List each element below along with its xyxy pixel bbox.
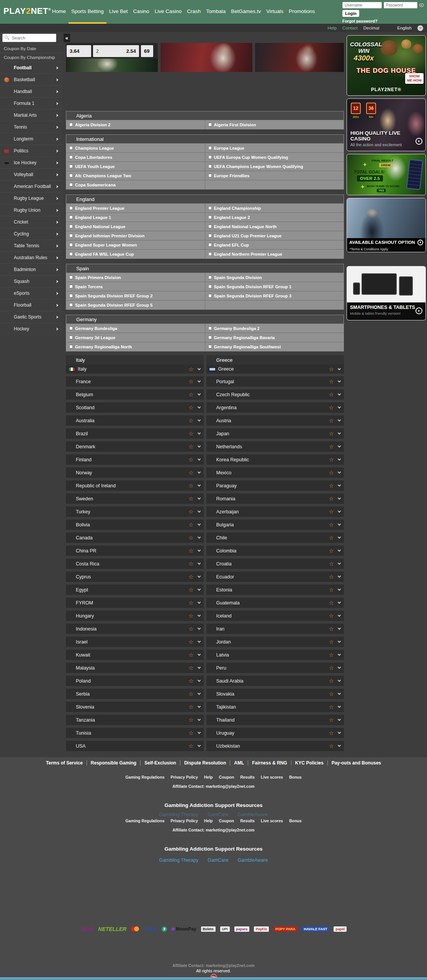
footer-link-coupon[interactable]: Coupon: [219, 775, 234, 779]
league-item-spain-segunda-division-rfef-group-2[interactable]: Spain Segunda Division RFEF Group 2: [66, 291, 205, 300]
country-row-peru[interactable]: Peru☆: [206, 663, 344, 673]
favorite-star-icon[interactable]: ☆: [329, 717, 334, 723]
country-row-brazil[interactable]: Brazil☆: [66, 428, 204, 439]
country-row-korea-republic[interactable]: Korea Republic☆: [206, 454, 344, 465]
sidebar-item-australian-rules[interactable]: Australian Rules: [0, 252, 62, 263]
league-item-algeria-division-2[interactable]: Algeria Division 2: [66, 120, 205, 129]
league-item-england-championship[interactable]: England Championship: [205, 204, 344, 212]
league-item-spain-segunda-division[interactable]: Spain Segunda Division: [205, 273, 344, 282]
league-item-europe-friendlies[interactable]: Europe Friendlies: [205, 171, 344, 180]
league-item-germany-bundesliga[interactable]: Germany Bundesliga: [66, 324, 205, 333]
country-row-austria[interactable]: Austria☆: [206, 415, 344, 426]
sidebar-item-tennis[interactable]: Tennis: [0, 121, 62, 133]
footer-link-gaming-regulations[interactable]: Gaming Regulations: [125, 775, 164, 779]
country-row-latvia[interactable]: Latvia☆: [206, 650, 344, 660]
country-group-title[interactable]: Greece: [206, 355, 344, 364]
country-row-bolivia[interactable]: Bolivia☆: [66, 519, 204, 530]
country-row-australia[interactable]: Australia☆: [66, 415, 204, 426]
country-row-republic-of-ireland[interactable]: Republic of Ireland☆: [66, 480, 204, 491]
favorite-star-icon[interactable]: ☆: [329, 704, 334, 710]
nav-item-home[interactable]: Home: [49, 0, 69, 24]
league-item-afc-champions-league-two[interactable]: Afc Champions League Two: [66, 171, 205, 180]
league-item-germany-3d-league[interactable]: Germany 3d League: [66, 333, 205, 342]
favorite-star-icon[interactable]: ☆: [188, 600, 193, 606]
sidebar-item-football[interactable]: Football: [0, 62, 62, 74]
favorite-star-icon[interactable]: ☆: [188, 652, 193, 658]
favorite-star-icon[interactable]: ☆: [329, 691, 334, 697]
odds-button[interactable]: 69: [141, 45, 153, 57]
league-item-uefa-europa-cup-women-qualifying[interactable]: UEFA Europa Cup Women Qualifying: [205, 153, 344, 162]
favorite-star-icon[interactable]: ☆: [188, 548, 193, 554]
country-row-fyrom[interactable]: FYROM☆: [66, 598, 204, 608]
footer-link-results[interactable]: Results: [240, 775, 255, 779]
country-row-romania[interactable]: Romania☆: [206, 493, 344, 504]
league-item-germany-regionalliga-north[interactable]: Germany Regionalliga North: [66, 342, 205, 351]
country-row-scotland[interactable]: Scotland☆: [66, 402, 204, 413]
country-row-serbia[interactable]: Serbia☆: [66, 689, 204, 699]
league-item-algeria-first-division[interactable]: Algeria First Division: [205, 120, 344, 129]
sidebar-item-handball[interactable]: Handball: [0, 85, 62, 97]
country-group-title[interactable]: Italy: [66, 355, 204, 364]
footer-link-live-scores[interactable]: Live scores: [261, 818, 283, 823]
country-row-portugal[interactable]: Portugal☆: [206, 376, 344, 387]
sidebar-item-floorball[interactable]: Floorball: [0, 299, 62, 311]
favorite-star-icon[interactable]: ☆: [188, 678, 193, 684]
favorite-star-icon[interactable]: ☆: [329, 639, 334, 645]
footer-link-responsible-gaming[interactable]: Responsible Gaming: [87, 760, 141, 766]
country-row-czech-republic[interactable]: Czech Republic☆: [206, 389, 344, 400]
odds-button[interactable]: 3.64: [67, 45, 91, 57]
favorite-star-icon[interactable]: ☆: [329, 470, 334, 475]
country-row-hungary[interactable]: Hungary☆: [66, 611, 204, 621]
country-row-sweden[interactable]: Sweden☆: [66, 493, 204, 504]
nav-item-tombala[interactable]: Tombala: [203, 0, 228, 24]
favorite-star-icon[interactable]: ☆: [329, 561, 334, 567]
favorite-star-icon[interactable]: ☆: [329, 431, 334, 436]
favorite-star-icon[interactable]: ☆: [188, 392, 193, 397]
league-item-europa-league[interactable]: Europa League: [205, 144, 344, 152]
favorite-star-icon[interactable]: ☆: [188, 665, 193, 671]
league-item-england-national-league-north[interactable]: England National League North: [205, 222, 344, 231]
favorite-star-icon[interactable]: ☆: [329, 587, 334, 593]
country-row-estonia[interactable]: Estonia☆: [206, 585, 344, 595]
league-item-england-national-league[interactable]: England National League: [66, 222, 205, 231]
nav-item-betgames-tv[interactable]: BetGames.tv: [228, 0, 263, 24]
sidebar-item-table-tennis[interactable]: Table Tennis: [0, 240, 62, 252]
favorite-star-icon[interactable]: ☆: [329, 418, 334, 423]
country-row-cyprus[interactable]: Cyprus☆: [66, 572, 204, 582]
sidebar-item-esports[interactable]: eSports: [0, 287, 62, 299]
country-row-belgium[interactable]: Belgium☆: [66, 389, 204, 400]
league-item-england-fa-wsl-league-cup[interactable]: England FA WSL League Cup: [66, 250, 205, 258]
footer-link-coupon[interactable]: Coupon: [219, 818, 234, 823]
nav-item-promotions[interactable]: Promotions: [286, 0, 317, 24]
nav-item-virtuals[interactable]: Virtuals: [263, 0, 286, 24]
favorite-star-icon[interactable]: ☆: [329, 743, 334, 749]
country-row-uruguay[interactable]: Uruguay☆: [206, 728, 344, 738]
footer-link-terms-of-service[interactable]: Terms of Service: [42, 760, 87, 766]
country-row-usa[interactable]: USA☆: [66, 741, 204, 751]
sidebar-item-badminton[interactable]: Badminton: [0, 263, 62, 275]
favorite-star-icon[interactable]: ☆: [329, 652, 334, 658]
favorite-star-icon[interactable]: ☆: [329, 665, 334, 671]
country-row-argentina[interactable]: Argentina☆: [206, 402, 344, 413]
country-row-italy[interactable]: Italy☆: [66, 364, 204, 374]
country-row-croatia[interactable]: Croatia☆: [206, 559, 344, 569]
country-row-slovakia[interactable]: Slovakia☆: [206, 689, 344, 699]
favorite-star-icon[interactable]: ☆: [188, 496, 193, 501]
site-logo[interactable]: PLAY2NET®: [3, 6, 51, 16]
favorite-star-icon[interactable]: ☆: [329, 574, 334, 580]
favorite-star-icon[interactable]: ☆: [329, 366, 334, 372]
league-item-england-premier-league[interactable]: England Premier League: [66, 204, 205, 212]
footer-link-privacy-policy[interactable]: Privacy Policy: [171, 775, 198, 779]
league-item-uefa-youth-league[interactable]: UEFA Youth League: [66, 162, 205, 171]
nav-item-crash[interactable]: Crash: [184, 0, 203, 24]
horizontal-scrollbar[interactable]: [0, 977, 427, 980]
forgot-password-link[interactable]: Forgot password?: [342, 19, 425, 23]
favorite-star-icon[interactable]: ☆: [188, 613, 193, 619]
favorite-star-icon[interactable]: ☆: [188, 509, 193, 514]
sidebar-item-gaelic-sports[interactable]: Gaelic Sports: [0, 311, 62, 323]
featured-match-card-2[interactable]: [160, 43, 252, 72]
league-item-germany-bundesliga-2[interactable]: Germany Bundesliga 2: [205, 324, 344, 333]
favorite-star-icon[interactable]: ☆: [188, 587, 193, 593]
country-row-mexico[interactable]: Mexico☆: [206, 467, 344, 478]
league-item-england-super-league-women[interactable]: England Super League Women: [66, 240, 205, 249]
